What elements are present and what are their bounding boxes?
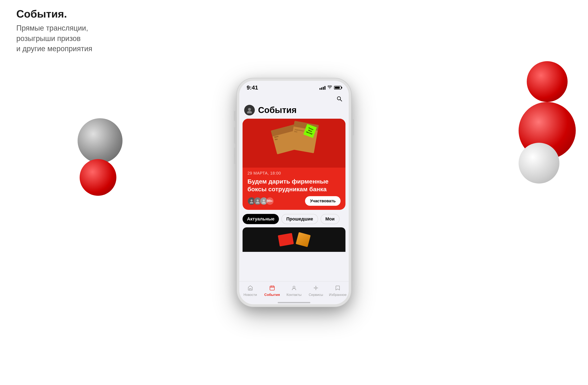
power-button: [352, 119, 354, 135]
contacts-icon: [290, 284, 298, 292]
preview-red-shape: [278, 233, 294, 246]
volume-down-button: [234, 148, 236, 164]
home-indicator: [239, 303, 349, 304]
nav-label-services: Сервисы: [309, 293, 323, 297]
preview-content: [243, 227, 345, 252]
next-event-preview[interactable]: [243, 227, 345, 252]
participate-button[interactable]: Участвовать: [305, 196, 340, 206]
participant-avatars: 99+: [248, 197, 274, 205]
nav-item-contacts[interactable]: Контакты: [283, 284, 305, 297]
nav-label-favorites: Избранное: [329, 293, 346, 297]
card-body: 29 МАРТА, 18:00 Будем дарить фирменные б…: [243, 168, 345, 210]
left-panel: События. Прямые трансляции,розыгрыши при…: [16, 8, 94, 54]
svg-point-6: [257, 199, 259, 201]
app-screen: 9:41: [239, 81, 349, 304]
nav-item-favorites[interactable]: Избранное: [327, 284, 349, 297]
signal-icon: [319, 86, 325, 90]
card-image: TimesNewNo TimesNewNormal experiencebox: [243, 119, 345, 168]
events-icon: [269, 284, 276, 292]
home-icon: [247, 284, 254, 292]
svg-line-1: [340, 99, 342, 101]
svg-rect-12: [273, 286, 273, 287]
svg-point-13: [293, 286, 295, 288]
signal-bar-4: [324, 86, 325, 90]
box-2: TimesNewNormal experiencebox: [290, 121, 319, 153]
user-avatar[interactable]: [244, 105, 255, 116]
participant-count: 99+: [266, 197, 274, 205]
preview-cube: [296, 232, 311, 247]
svg-rect-11: [271, 286, 272, 287]
nav-item-services[interactable]: Сервисы: [305, 284, 327, 297]
phone-screen: 9:41: [239, 81, 349, 304]
sphere-white-right: [519, 143, 559, 184]
page-title: События: [258, 105, 297, 115]
signal-bar-1: [319, 88, 320, 90]
svg-point-3: [247, 111, 252, 113]
status-time: 9:41: [247, 84, 258, 91]
tab-active[interactable]: Актуальные: [243, 214, 279, 224]
bottom-navigation: Новости События: [239, 281, 349, 303]
svg-point-9: [262, 202, 266, 204]
volume-up-button: [234, 127, 236, 144]
battery-icon: [334, 86, 341, 90]
filter-tabs: Актуальные Прошедшие Мои: [239, 210, 349, 227]
app-header: [239, 93, 349, 105]
scroll-content: TimesNewNo TimesNewNormal experiencebox …: [239, 119, 349, 281]
nav-label-contacts: Контакты: [286, 293, 301, 297]
mute-button: [234, 111, 236, 121]
app-description: Прямые трансляции,розыгрыши призови друг…: [16, 23, 94, 54]
svg-rect-10: [270, 286, 274, 290]
favorites-icon: [334, 284, 341, 292]
svg-point-4: [251, 199, 252, 201]
status-bar: 9:41: [239, 81, 349, 93]
tab-mine[interactable]: Мои: [320, 214, 339, 224]
nav-item-news[interactable]: Новости: [239, 284, 261, 297]
nav-item-events[interactable]: События: [261, 284, 283, 297]
card-footer: 99+ Участвовать: [248, 196, 340, 206]
box-illustration: TimesNewNo TimesNewNormal experiencebox: [272, 123, 316, 164]
phone-mockup: 9:41: [237, 78, 351, 307]
sphere-red-left: [80, 159, 116, 196]
svg-point-5: [250, 202, 253, 204]
card-title: Будем дарить фирменные боксы сотрудникам…: [248, 178, 340, 193]
services-icon: [312, 284, 319, 292]
home-bar: [278, 302, 310, 303]
signal-bar-2: [321, 87, 322, 90]
signal-bar-3: [323, 87, 324, 90]
search-button[interactable]: [335, 94, 344, 103]
svg-point-2: [248, 108, 251, 111]
card-date: 29 МАРТА, 18:00: [248, 171, 340, 175]
status-icons: [319, 85, 341, 90]
svg-point-18: [315, 287, 317, 289]
page-title-row: События: [239, 105, 349, 119]
sphere-red-right-1: [527, 61, 567, 102]
tab-past[interactable]: Прошедшие: [281, 214, 318, 224]
app-title: События.: [16, 8, 94, 20]
nav-label-news: Новости: [244, 293, 257, 297]
svg-point-8: [263, 199, 265, 201]
svg-point-7: [256, 202, 259, 204]
featured-event-card[interactable]: TimesNewNo TimesNewNormal experiencebox …: [243, 119, 345, 210]
sphere-silver: [78, 118, 123, 163]
phone-outer: 9:41: [237, 78, 351, 307]
wifi-icon: [328, 85, 332, 90]
nav-label-events: События: [264, 293, 280, 297]
